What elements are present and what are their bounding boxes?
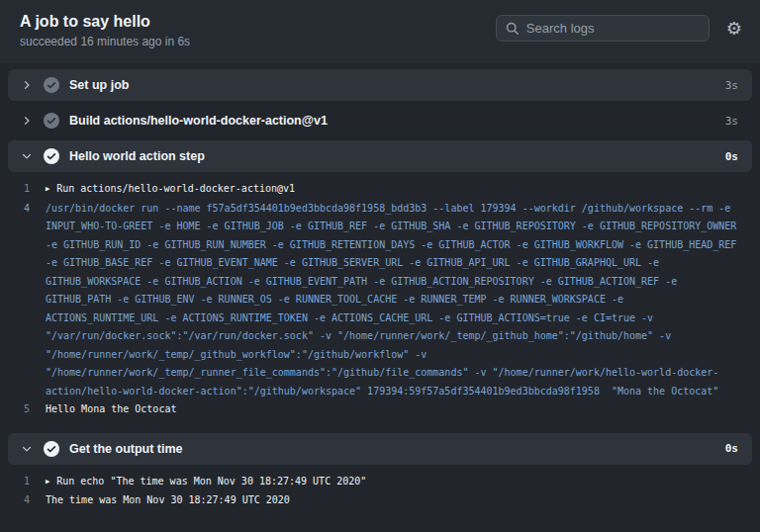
step-duration: 3s bbox=[725, 115, 738, 128]
chevron-right-icon[interactable] bbox=[20, 115, 34, 127]
log-line: 4The time was Mon Nov 30 18:27:49 UTC 20… bbox=[0, 491, 748, 510]
expand-triangle-icon[interactable]: ▶ bbox=[46, 478, 49, 486]
chevron-down-icon[interactable] bbox=[20, 150, 34, 162]
chevron-down-icon[interactable] bbox=[20, 443, 34, 455]
step-label: Build actions/hello-world-docker-action@… bbox=[69, 114, 725, 128]
step-header-get-the-output-time[interactable]: Get the output time0s bbox=[8, 433, 752, 465]
step-hello-world-action-step: Hello world action step0s1▶Run actions/h… bbox=[0, 140, 760, 429]
log-line: 4/usr/bin/docker run --name f57a5df35440… bbox=[0, 200, 748, 401]
settings-gear-button[interactable]: ⚙ bbox=[724, 18, 744, 40]
step-header-hello-world-action-step[interactable]: Hello world action step0s bbox=[8, 140, 752, 172]
log-line-text: /usr/bin/docker run --name f57a5df354401… bbox=[46, 200, 748, 401]
step-header-build-actions-hello-world-docker-action-v1[interactable]: Build actions/hello-world-docker-action@… bbox=[8, 105, 752, 136]
step-label: Hello world action step bbox=[69, 149, 725, 163]
log-line-number: 1 bbox=[0, 180, 46, 199]
gear-icon: ⚙ bbox=[726, 18, 742, 39]
check-circle-icon bbox=[44, 113, 59, 129]
log-line[interactable]: 1▶Run echo "The time was Mon Nov 30 18:2… bbox=[0, 473, 748, 492]
step-label: Get the output time bbox=[69, 442, 725, 456]
search-icon bbox=[506, 22, 520, 36]
step-header-set-up-job[interactable]: Set up job3s bbox=[8, 69, 752, 101]
expand-triangle-icon[interactable]: ▶ bbox=[46, 185, 49, 193]
check-circle-icon bbox=[44, 148, 59, 164]
log-line-text: The time was Mon Nov 30 18:27:49 UTC 202… bbox=[46, 491, 748, 510]
step-duration: 0s bbox=[725, 150, 738, 163]
log-line-text: Hello Mona the Octocat bbox=[46, 400, 748, 419]
log-line-number: 4 bbox=[0, 200, 46, 219]
header-actions: ⚙ bbox=[496, 15, 744, 42]
job-title: A job to say hello bbox=[20, 12, 190, 32]
step-get-the-output-time: Get the output time0s1▶Run echo "The tim… bbox=[0, 433, 760, 520]
check-circle-icon bbox=[44, 77, 59, 93]
job-status-text: succeeded 16 minutes ago in 6s bbox=[20, 35, 190, 48]
step-duration: 3s bbox=[725, 79, 738, 92]
step-logs-get-the-output-time: 1▶Run echo "The time was Mon Nov 30 18:2… bbox=[0, 465, 760, 520]
job-info: A job to say hello succeeded 16 minutes … bbox=[20, 12, 190, 48]
log-line-text: ▶Run echo "The time was Mon Nov 30 18:27… bbox=[46, 473, 748, 492]
log-line[interactable]: 1▶Run actions/hello-world-docker-action@… bbox=[0, 180, 748, 200]
log-line-number: 4 bbox=[0, 491, 46, 510]
search-input[interactable] bbox=[526, 21, 700, 36]
step-logs-hello-world-action-step: 1▶Run actions/hello-world-docker-action@… bbox=[0, 172, 760, 429]
step-label: Set up job bbox=[69, 78, 725, 92]
log-line-text: ▶Run actions/hello-world-docker-action@v… bbox=[46, 180, 748, 200]
step-build-actions-hello-world-docker-action-v1: Build actions/hello-world-docker-action@… bbox=[0, 105, 760, 136]
log-line-number: 1 bbox=[0, 473, 46, 491]
step-header-complete-job[interactable]: Complete job0s bbox=[8, 524, 752, 532]
job-header: A job to say hello succeeded 16 minutes … bbox=[0, 0, 760, 63]
chevron-right-icon[interactable] bbox=[20, 79, 34, 91]
log-line: 5Hello Mona the Octocat bbox=[0, 400, 748, 419]
check-circle-icon bbox=[44, 441, 59, 457]
log-viewer: Set up job3sBuild actions/hello-world-do… bbox=[0, 63, 760, 532]
step-complete-job: Complete job0s bbox=[0, 524, 760, 532]
step-set-up-job: Set up job3s bbox=[0, 69, 760, 101]
log-line-number: 5 bbox=[0, 400, 46, 419]
step-duration: 0s bbox=[725, 442, 738, 455]
search-logs-box[interactable] bbox=[496, 15, 710, 42]
